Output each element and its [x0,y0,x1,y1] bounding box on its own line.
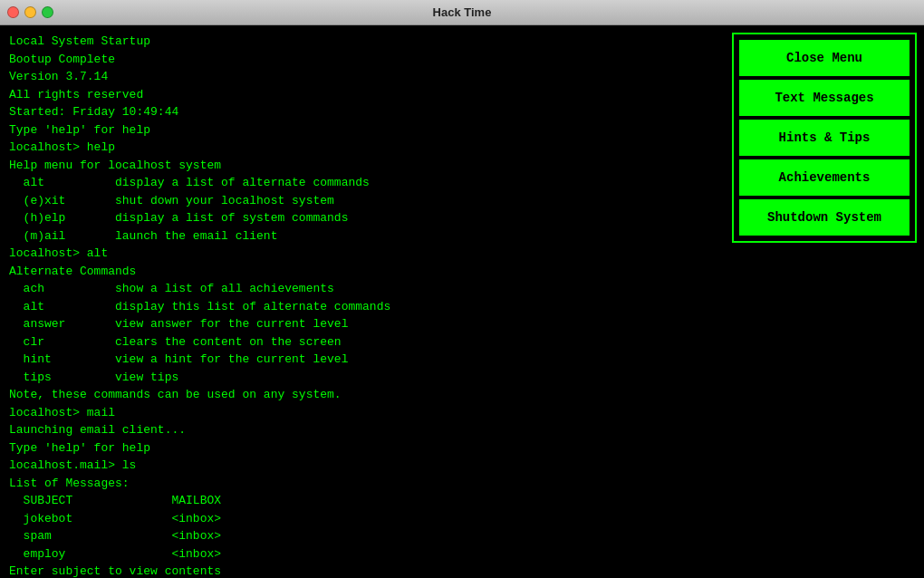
terminal-line: Help menu for localhost system [9,157,723,175]
terminal-line: Launching email client... [9,421,723,439]
minimize-button[interactable] [24,6,36,18]
close-button[interactable] [7,6,19,18]
achievements-button[interactable]: Achievements [739,159,910,196]
terminal-line: List of Messages: [9,475,723,493]
terminal-line: alt display a list of alternate commands [9,174,723,192]
terminal-line: localhost.mail> ls [9,457,723,475]
terminal-line: Note, these commands can be used on any … [9,386,723,404]
window-controls [7,6,53,18]
terminal-line: localhost> mail [9,404,723,422]
terminal-line: Started: Friday 10:49:44 [9,103,723,121]
terminal-line: (m)ail launch the email client [9,227,723,246]
close-menu-button[interactable]: Close Menu [739,40,910,76]
terminal-line: SUBJECT MAILBOX [9,492,723,510]
terminal-line: (e)xit shut down your localhost system [9,192,723,210]
terminal-line: answer view answer for the current level [9,315,723,333]
terminal-line: localhost> help [9,139,723,157]
terminal-line: (h)elp display a list of system commands [9,209,723,227]
menu-panel: Close MenuText MessagesHints & TipsAchie… [732,33,917,243]
terminal-line: All rights reserved [9,86,723,104]
text-messages-button[interactable]: Text Messages [739,80,910,116]
maximize-button[interactable] [42,6,53,18]
shutdown-system-button[interactable]: Shutdown System [739,199,910,236]
hints-tips-button[interactable]: Hints & Tips [739,120,910,156]
title-bar: Hack Time [0,0,924,25]
terminal-line: Local System Startup [9,33,723,51]
terminal-line: Alternate Commands [9,263,723,281]
terminal-line: Type 'help' for help [9,121,723,140]
terminal-line: jokebot <inbox> [9,510,723,528]
terminal-line: hint view a hint for the current level [9,351,723,369]
terminal-line: clr clears the content on the screen [9,333,723,352]
terminal-line: Version 3.7.14 [9,68,723,86]
terminal-line: ach show a list of all achievements [9,280,723,298]
terminal-line: tips view tips [9,369,723,387]
window-title: Hack Time [433,5,492,19]
terminal-output[interactable]: Local System StartupBootup CompleteVersi… [0,25,732,578]
terminal-line: Type 'help' for help [9,439,723,458]
main-area: Local System StartupBootup CompleteVersi… [0,25,924,578]
terminal-line: alt display this list of alternate comma… [9,298,723,316]
terminal-line: employ <inbox> [9,545,723,564]
terminal-line: localhost> alt [9,245,723,263]
terminal-line: Enter subject to view contents [9,563,723,578]
terminal-line: spam <inbox> [9,527,723,545]
terminal-line: Bootup Complete [9,51,723,69]
